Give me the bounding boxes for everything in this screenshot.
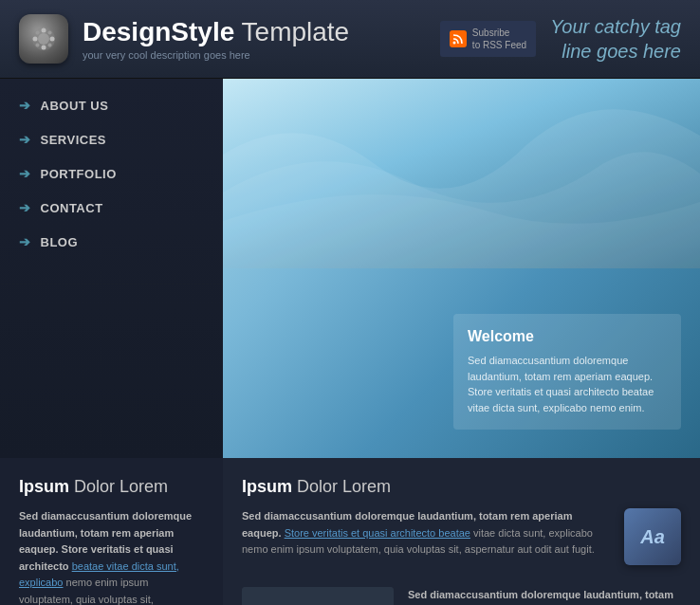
- svg-point-7: [48, 31, 52, 35]
- svg-point-4: [33, 37, 38, 42]
- right-bottom-strong: Sed diamaccusantium doloremque laudantiu…: [408, 589, 680, 605]
- nav-label-about: ABOUT US: [41, 99, 109, 113]
- left-body-text: Sed diamaccusantium doloremque laudantiu…: [19, 508, 204, 605]
- nav-label-contact: CONTACT: [41, 201, 103, 215]
- nav-label-services: SERVICES: [41, 133, 107, 147]
- nav-arrow-blog: ➔: [19, 234, 31, 249]
- hero-body-text: Sed diamaccusantium doloremque laudantiu…: [468, 355, 654, 413]
- logo-title: DesignStyle Template: [83, 17, 426, 47]
- svg-point-5: [50, 37, 55, 42]
- logo-icon: [19, 14, 68, 64]
- left-title-bold: Ipsum: [19, 477, 69, 496]
- nav-item-services[interactable]: ➔ SERVICES: [0, 122, 223, 156]
- logo-template: Template: [234, 17, 349, 46]
- logo-subtitle: your very cool description goes here: [83, 49, 426, 61]
- right-top-text: Sed diamaccusantium doloremque laudantiu…: [242, 508, 610, 568]
- content-row: Ipsum Dolor Lorem Sed diamaccusantium do…: [0, 458, 700, 605]
- image-side-text: Sed diamaccusantium doloremque laudantiu…: [408, 587, 681, 605]
- nav-arrow-contact: ➔: [19, 200, 31, 215]
- right-section-title: Ipsum Dolor Lorem: [242, 477, 681, 497]
- tagline: Your catchy tag line goes here: [550, 14, 681, 64]
- svg-point-3: [42, 46, 46, 50]
- logo-brand: DesignStyle: [83, 17, 234, 46]
- left-section-title: Ipsum Dolor Lorem: [19, 477, 204, 497]
- rss-icon: [450, 30, 467, 47]
- left-content: Ipsum Dolor Lorem Sed diamaccusantium do…: [0, 458, 223, 605]
- nav-arrow-about: ➔: [19, 98, 31, 113]
- svg-point-8: [36, 44, 40, 47]
- svg-point-2: [42, 28, 46, 33]
- nav-label-blog: BLOG: [41, 235, 79, 249]
- hero-banner: Welcome Sed diamaccusantium doloremque l…: [223, 79, 700, 458]
- logo-text-block: DesignStyle Template your very cool desc…: [83, 17, 426, 61]
- sidebar: ➔ ABOUT US ➔ SERVICES ➔ PORTFOLIO ➔ CONT…: [0, 79, 223, 458]
- left-title-rest: Dolor Lorem: [69, 477, 168, 496]
- svg-point-6: [36, 31, 40, 35]
- nav-label-portfolio: PORTFOLIO: [41, 167, 117, 181]
- nav-item-blog[interactable]: ➔ BLOG: [0, 225, 223, 259]
- nav-arrow-portfolio: ➔: [19, 166, 31, 181]
- right-title-bold: Ipsum: [242, 477, 292, 496]
- header: DesignStyle Template your very cool desc…: [0, 0, 700, 79]
- dict-label: Aa: [640, 526, 665, 548]
- nav-menu: ➔ ABOUT US ➔ SERVICES ➔ PORTFOLIO ➔ CONT…: [0, 79, 223, 268]
- right-top-body: Sed diamaccusantium doloremque laudantiu…: [242, 508, 610, 559]
- svg-rect-12: [242, 587, 394, 605]
- photo-box: [242, 587, 394, 605]
- right-top: Sed diamaccusantium doloremque laudantiu…: [242, 508, 681, 568]
- hero-title: Welcome: [468, 328, 667, 345]
- rss-block[interactable]: Subsribe to RSS Feed: [440, 21, 536, 57]
- hero-text: Sed diamaccusantium doloremque laudantiu…: [468, 353, 667, 415]
- hero-content: Welcome Sed diamaccusantium doloremque l…: [453, 314, 681, 430]
- svg-point-1: [38, 33, 49, 45]
- dict-icon: Aa: [624, 508, 681, 565]
- main-layout: ➔ ABOUT US ➔ SERVICES ➔ PORTFOLIO ➔ CONT…: [0, 79, 700, 458]
- nav-item-contact[interactable]: ➔ CONTACT: [0, 191, 223, 225]
- right-top-link[interactable]: Store veritatis et quasi architecto beat…: [285, 527, 470, 539]
- right-bottom-body: Sed diamaccusantium doloremque laudantiu…: [408, 587, 681, 605]
- right-title-rest: Dolor Lorem: [292, 477, 391, 496]
- rss-text: Subsribe to RSS Feed: [472, 27, 526, 51]
- image-text-row: Sed diamaccusantium doloremque laudantiu…: [242, 587, 681, 605]
- nav-item-portfolio[interactable]: ➔ PORTFOLIO: [0, 156, 223, 191]
- nav-arrow-services: ➔: [19, 132, 31, 147]
- svg-point-10: [452, 42, 455, 45]
- svg-point-9: [48, 44, 52, 47]
- right-content: Ipsum Dolor Lorem Sed diamaccusantium do…: [223, 458, 700, 605]
- nav-item-about[interactable]: ➔ ABOUT US: [0, 88, 223, 122]
